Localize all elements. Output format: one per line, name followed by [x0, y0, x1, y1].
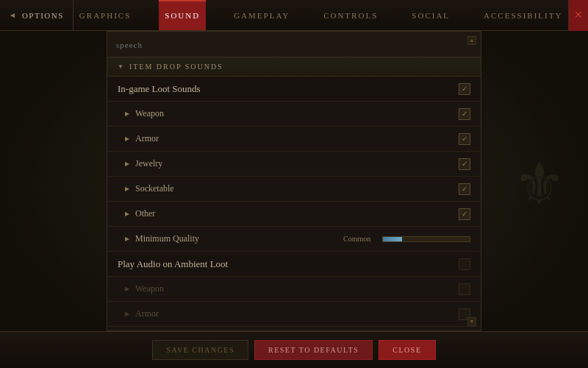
jewelry1-row[interactable]: ▶ Jewelry — [107, 152, 481, 177]
min-quality-value: Common — [343, 235, 376, 243]
ambient-loot-checkbox[interactable] — [459, 258, 470, 270]
tab-gameplay[interactable]: GAMEPLAY — [228, 0, 295, 30]
tab-sound[interactable]: SOUND — [159, 0, 206, 30]
settings-panel: ▼ ITEM DROP SOUNDS In-game Loot Sounds ▶… — [107, 57, 481, 331]
jewelry1-label: Jewelry — [135, 158, 459, 169]
socketable1-arrow: ▶ — [125, 185, 129, 192]
other1-label: Other — [135, 208, 459, 219]
weapon1-arrow: ▶ — [125, 110, 129, 117]
close-button[interactable]: Close — [379, 340, 435, 360]
armor1-arrow: ▶ — [125, 135, 129, 142]
jewelry1-checkbox[interactable] — [459, 158, 470, 170]
ambient-loot-label: Play Audio on Ambient Loot — [118, 258, 459, 270]
ingame-loot-label: In-game Loot Sounds — [118, 83, 459, 95]
weapon2-row[interactable]: ▶ Weapon — [107, 277, 481, 302]
armor1-checkbox[interactable] — [459, 133, 470, 145]
ingame-loot-checkbox[interactable] — [459, 83, 470, 95]
scroll-up-indicator[interactable]: ▲ — [467, 36, 476, 45]
min-quality-row[interactable]: ▶ Minimum Quality Common — [107, 227, 481, 252]
min-quality-label: Minimum Quality — [135, 233, 343, 244]
tab-graphics[interactable]: GRAPHICS — [74, 0, 137, 30]
ingame-loot-row[interactable]: In-game Loot Sounds — [107, 77, 481, 102]
armor2-arrow: ▶ — [125, 311, 129, 317]
item-drop-section-header: ▼ ITEM DROP SOUNDS — [107, 57, 481, 77]
weapon2-arrow: ▶ — [125, 286, 129, 292]
weapon2-checkbox[interactable] — [459, 283, 470, 295]
ambient-loot-row[interactable]: Play Audio on Ambient Loot — [107, 252, 481, 277]
other1-arrow: ▶ — [125, 210, 129, 217]
weapon1-row[interactable]: ▶ Weapon — [107, 102, 481, 127]
close-icon: ✕ — [574, 9, 583, 21]
weapon1-label: Weapon — [135, 108, 459, 119]
options-label: OPTIONS — [22, 11, 64, 20]
weapon2-label: Weapon — [135, 283, 459, 294]
nav-close-button[interactable]: ✕ — [568, 0, 588, 31]
jewelry1-arrow: ▶ — [125, 160, 129, 167]
jewelry2-row[interactable]: ▶ Jewelry — [107, 327, 481, 330]
other1-checkbox[interactable] — [459, 208, 470, 220]
settings-scroll[interactable]: ▼ ITEM DROP SOUNDS In-game Loot Sounds ▶… — [107, 57, 481, 330]
bottom-bar: Save Changes Reset to Defaults Close — [0, 331, 588, 368]
main-content: ▲ ▼ ITEM DROP SOUNDS In-game Loot Sounds… — [107, 31, 481, 331]
socketable1-row[interactable]: ▶ Socketable — [107, 177, 481, 202]
item-drop-section-title: ITEM DROP SOUNDS — [129, 63, 223, 71]
back-icon: ◄ — [9, 11, 16, 19]
tab-accessibility[interactable]: ACCESSIBILITY — [478, 0, 568, 30]
weapon1-checkbox[interactable] — [459, 108, 470, 120]
search-bar: ▲ — [107, 31, 481, 57]
reset-button[interactable]: Reset to Defaults — [254, 340, 373, 360]
tab-controls[interactable]: CONTROLS — [318, 0, 384, 30]
socketable1-checkbox[interactable] — [459, 183, 470, 195]
watermark: ⚜ — [513, 150, 566, 219]
min-quality-slider[interactable] — [382, 236, 470, 242]
armor1-row[interactable]: ▶ Armor — [107, 127, 481, 152]
scroll-down-indicator[interactable]: ▼ — [467, 317, 476, 326]
section-collapse-icon: ▼ — [118, 63, 123, 70]
tab-social[interactable]: SOCIAL — [406, 0, 456, 30]
armor1-label: Armor — [135, 133, 459, 144]
options-section[interactable]: ◄ OPTIONS — [0, 0, 74, 30]
min-quality-arrow: ▶ — [125, 236, 129, 242]
min-quality-slider-container: Common — [343, 235, 470, 243]
slider-fill — [383, 237, 402, 241]
other1-row[interactable]: ▶ Other — [107, 202, 481, 227]
socketable1-label: Socketable — [135, 183, 459, 194]
armor2-row[interactable]: ▶ Armor — [107, 302, 481, 327]
nav-bar: ◄ OPTIONS GRAPHICS SOUND GAMEPLAY CONTRO… — [0, 0, 588, 31]
search-input[interactable] — [116, 40, 472, 49]
armor2-label: Armor — [135, 308, 459, 319]
save-button[interactable]: Save Changes — [152, 340, 248, 360]
nav-tabs: GRAPHICS SOUND GAMEPLAY CONTROLS SOCIAL … — [74, 0, 569, 30]
